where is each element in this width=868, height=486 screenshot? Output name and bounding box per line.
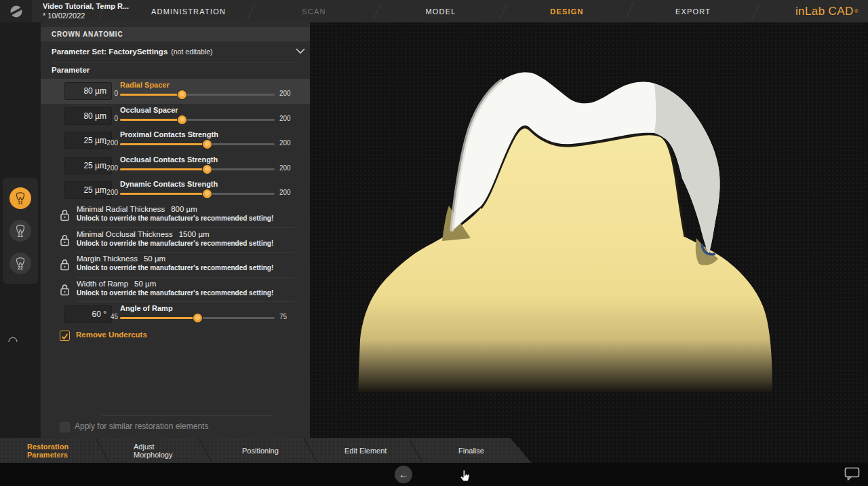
value-input[interactable]: 80 µm [64,107,112,125]
tab-design[interactable]: DESIGN [550,0,583,22]
slider-row-occlusal-spacer: 80 µm Occlusal Spacer 0 200 [41,104,310,129]
step-positioning[interactable]: Positioning [242,438,303,463]
slider-fill [120,119,182,121]
parameter-set-row[interactable]: Parameter Set: FactorySettings (not edit… [41,41,310,62]
locked-param-label: Width of Ramp [77,280,128,288]
step-finalise[interactable]: Finalise [458,438,506,463]
parameter-set-label: Parameter Set: FactorySettings [52,48,167,56]
back-button[interactable]: ← [395,466,412,483]
tooth-button-11[interactable]: 11 [9,187,31,209]
slider-fill [120,168,207,170]
value-text: 25 µm [83,185,106,195]
step-label: Edit Element [344,447,387,455]
tooth-button-22[interactable]: 22 [9,253,31,274]
tab-administration[interactable]: ADMINISTRATION [151,0,226,22]
apply-similar-label: Apply for similar restoration elements [75,422,208,431]
remove-undercuts-row: Remove Undercuts [41,329,310,344]
chevron-down-icon[interactable] [296,48,305,54]
slider-label: Occlusal Spacer [120,106,178,114]
locked-row-margin-thickness: Margin Thickness50 µm Unlock to override… [41,253,310,278]
parameter-set-suffix: (not editable) [171,48,212,56]
slider-track[interactable] [120,317,275,319]
parameter-panel: CROWN ANATOMIC Parameter Set: FactorySet… [41,22,310,438]
slider-min: 45 [111,313,118,320]
step-label: Positioning [242,447,279,455]
slider-row-dynamic-contacts: 25 µm Dynamic Contacts Strength -200 200 [41,178,310,203]
crown-3d-render [310,22,868,463]
remove-undercuts-checkbox[interactable] [60,331,70,341]
brand-logo: inLab CAD® [795,0,859,22]
step-edit-element[interactable]: Edit Element [344,438,406,463]
locked-param-value: 1500 µm [179,230,210,238]
brand-text: inLab CAD [795,5,854,18]
locked-param-note: Unlock to override the manufacturer's re… [77,240,273,247]
slider-handle[interactable] [203,140,212,149]
slider-max: 200 [279,164,291,172]
app-logo[interactable] [0,0,32,22]
slider-handle[interactable] [203,189,212,198]
slider-handle[interactable] [203,165,212,174]
tooth-button-21[interactable]: 21 [9,220,31,242]
slider-track[interactable] [120,143,275,145]
slider-handle[interactable] [178,115,186,124]
step-adjust-morphology[interactable]: Adjust Morphology [134,438,195,463]
panel-title: CROWN ANATOMIC [52,31,123,38]
slider-row-radial-spacer: 80 µm Radial Spacer 0 200 [41,79,310,104]
slider-handle[interactable] [178,90,186,99]
locked-param-value: 800 µm [171,205,197,213]
slider-min: -200 [104,139,118,147]
locked-param-note: Unlock to override the manufacturer's re… [77,264,273,272]
value-text: 80 µm [83,86,106,96]
lock-icon[interactable] [60,234,70,246]
slider-fill [120,94,182,96]
value-text: 80 µm [83,111,106,121]
value-text: 60 ° [92,310,106,319]
slider-row-angle-of-ramp: 60 ° Angle of Ramp 45 75 [41,302,310,327]
value-text: 25 µm [83,161,106,170]
value-input[interactable]: 80 µm [64,82,112,100]
panel-header: CROWN ANATOMIC [41,27,310,41]
left-rail: 11 21 22 [0,22,41,438]
remove-undercuts-label[interactable]: Remove Undercuts [76,331,147,339]
apply-similar-checkbox[interactable] [60,422,70,432]
tooth-number: 11 [18,200,22,205]
menu-separator [499,3,507,20]
value-input[interactable]: 60 ° [64,305,112,323]
top-bar: Video Tutorial, Temp R... * 10/02/2022 A… [0,0,868,23]
3d-viewport[interactable] [310,22,868,463]
slider-label: Dynamic Contacts Strength [120,180,218,188]
locked-param-title: Width of Ramp50 µm [77,280,156,288]
slider-min: -200 [104,189,118,196]
locked-param-title: Margin Thickness50 µm [77,255,165,263]
tab-scan[interactable]: SCAN [302,0,326,22]
step-restoration-parameters[interactable]: Restoration Parameters [27,438,95,463]
jaw-arch-icon [7,333,19,345]
slider-handle[interactable] [193,314,202,322]
chat-icon[interactable] [844,467,860,483]
menu-separator [247,3,255,20]
locked-param-label: Minimal Radial Thickness [77,205,165,213]
inlab-cad-window: Video Tutorial, Temp R... * 10/02/2022 A… [0,0,868,486]
locked-row-width-of-ramp: Width of Ramp50 µm Unlock to override th… [41,278,310,303]
slider-track[interactable] [120,168,275,170]
lock-icon[interactable] [60,284,70,296]
parameter-section-label: Parameter [52,66,90,74]
slider-track[interactable] [120,193,275,195]
tooth-selector: 11 21 22 [3,178,38,284]
locked-param-label: Minimal Occlusal Thickness [77,230,173,238]
slider-min: -200 [104,164,118,172]
slider-track[interactable] [120,119,275,121]
slider-track[interactable] [120,94,275,96]
case-info[interactable]: Video Tutorial, Temp R... * 10/02/2022 [43,1,129,20]
case-title: Video Tutorial, Temp R... [43,1,129,11]
tab-export[interactable]: EXPORT [675,0,711,22]
tooth-number: 21 [18,233,23,238]
lock-icon[interactable] [60,209,70,221]
tab-model[interactable]: MODEL [425,0,456,22]
lock-icon[interactable] [60,259,70,271]
step-label: Finalise [458,447,484,455]
value-text: 25 µm [83,136,106,145]
slider-fill [120,317,197,319]
locked-param-title: Minimal Occlusal Thickness1500 µm [77,230,210,238]
locked-row-minimal-radial-thickness: Minimal Radial Thickness800 µm Unlock to… [41,203,310,228]
